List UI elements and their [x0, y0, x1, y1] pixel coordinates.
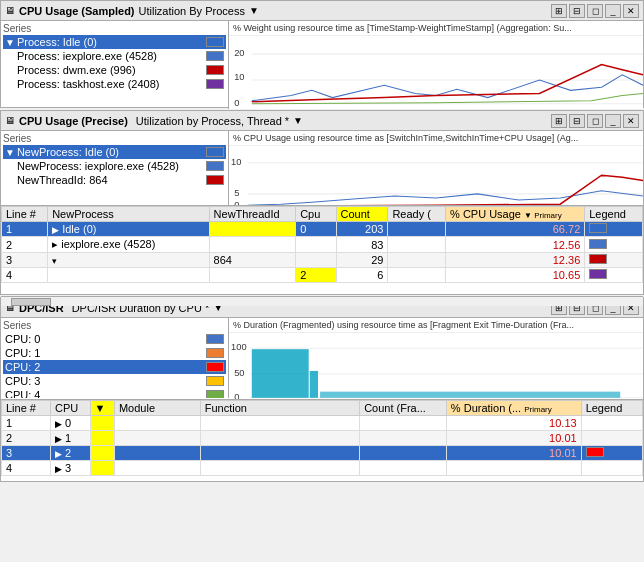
bot-col-cpu[interactable]: CPU — [51, 401, 91, 416]
cell-cpu-3: 2 — [296, 268, 336, 283]
bot-cell-legend-0 — [581, 416, 642, 431]
cell-cpupct-0: 66.72 — [446, 222, 585, 237]
col-ready[interactable]: Ready ( — [388, 207, 446, 222]
svg-rect-18 — [252, 349, 309, 398]
svg-rect-20 — [320, 392, 620, 398]
col-cpu[interactable]: Cpu — [296, 207, 336, 222]
bot-cell-primary-1 — [90, 431, 114, 446]
cell-process-2: ▾ — [48, 253, 209, 268]
bot-col-primary[interactable]: ▼ — [90, 401, 114, 416]
bot-cell-fn-2 — [200, 446, 359, 461]
bot-col-legend[interactable]: Legend — [581, 401, 642, 416]
mid-panel-dropdown[interactable]: ▼ — [293, 115, 303, 126]
mid-chart-label: % CPU Usage using resource time as [Swit… — [229, 131, 643, 146]
col-newprocess[interactable]: NewProcess — [48, 207, 209, 222]
svg-rect-19 — [310, 371, 318, 398]
mid-table-row-1[interactable]: 2 ▸ iexplore.exe (4528) 83 12.56 — [2, 237, 643, 253]
bot-cell-primary-3 — [90, 461, 114, 476]
bot-table-row-3[interactable]: 4 ▶ 3 — [2, 461, 643, 476]
top-chart-svg: 20 10 0 — [229, 36, 643, 109]
mid-series-item-0[interactable]: ▼ NewProcess: Idle (0) — [3, 145, 226, 159]
col-count[interactable]: Count — [336, 207, 388, 222]
mid-table-row-3[interactable]: 4 2 6 10.65 — [2, 268, 643, 283]
cell-thread-2: 864 — [209, 253, 296, 268]
bot-data-table: Line # CPU ▼ Module Function Count (Fra.… — [1, 400, 643, 476]
svg-text:0: 0 — [234, 98, 239, 108]
bot-cell-cpu-1: ▶ 1 — [51, 431, 91, 446]
top-series-panel: Series ▼ Process: Idle (0) Process: iexp… — [1, 21, 229, 109]
bot-cell-cpu-0: ▶ 0 — [51, 416, 91, 431]
bot-table-row-2[interactable]: 3 ▶ 2 10.01 — [2, 446, 643, 461]
bot-col-line[interactable]: Line # — [2, 401, 51, 416]
series-item-1[interactable]: Process: iexplore.exe (4528) — [3, 49, 226, 63]
mid-close-icon[interactable]: ✕ — [623, 114, 639, 128]
zoom-icon[interactable]: ⊞ — [551, 4, 567, 18]
series-item-0[interactable]: ▼ Process: Idle (0) — [3, 35, 226, 49]
bot-series-item-2[interactable]: CPU: 2 — [3, 360, 226, 374]
bot-series-text-3: CPU: 3 — [5, 375, 202, 387]
bot-table-row-1[interactable]: 2 ▶ 1 10.01 — [2, 431, 643, 446]
bot-series-item-0[interactable]: CPU: 0 — [3, 332, 226, 346]
series-color-2 — [206, 65, 224, 75]
bot-table-row-0[interactable]: 1 ▶ 0 10.13 — [2, 416, 643, 431]
close-icon[interactable]: ✕ — [623, 4, 639, 18]
mid-scrollbar[interactable] — [1, 296, 643, 306]
top-chart-area: % Weight using resource time as [TimeSta… — [229, 21, 643, 109]
cell-cpu-1 — [296, 237, 336, 253]
cell-cpupct-3: 10.65 — [446, 268, 585, 283]
mid-panel-controls: ⊞ ⊟ ◻ _ ✕ — [551, 114, 639, 128]
bot-series-color-0 — [206, 334, 224, 344]
mid-restore-icon[interactable]: ◻ — [587, 114, 603, 128]
series-item-3[interactable]: Process: taskhost.exe (2408) — [3, 77, 226, 91]
bot-series-item-1[interactable]: CPU: 1 — [3, 346, 226, 360]
mid-series-item-1[interactable]: NewProcess: iexplore.exe (4528) — [3, 159, 226, 173]
col-threadid[interactable]: NewThreadId — [209, 207, 296, 222]
mid-minimize-icon[interactable]: _ — [605, 114, 621, 128]
bot-col-count[interactable]: Count (Fra... — [360, 401, 447, 416]
cell-cpupct-1: 12.56 — [446, 237, 585, 253]
bot-series-item-3[interactable]: CPU: 3 — [3, 374, 226, 388]
cell-process-1: ▸ iexplore.exe (4528) — [48, 237, 209, 253]
minimize-icon[interactable]: _ — [605, 4, 621, 18]
mid-data-table: Line # NewProcess NewThreadId Cpu Count … — [1, 206, 643, 283]
grid-icon[interactable]: ⊟ — [569, 4, 585, 18]
bot-chart-area: % Duration (Fragmented) using resource t… — [229, 318, 643, 399]
mid-zoom-icon[interactable]: ⊞ — [551, 114, 567, 128]
mid-grid-icon[interactable]: ⊟ — [569, 114, 585, 128]
cell-cpu-0: 0 — [296, 222, 336, 237]
bot-series-color-4 — [206, 390, 224, 398]
bot-cell-fn-3 — [200, 461, 359, 476]
bot-table-area: Line # CPU ▼ Module Function Count (Fra.… — [1, 400, 643, 482]
bot-series-text-2: CPU: 2 — [5, 361, 202, 373]
mid-table-row-2[interactable]: 3 ▾ 864 29 12.36 — [2, 253, 643, 268]
col-cpupct[interactable]: % CPU Usage ▼ Primary — [446, 207, 585, 222]
mid-panel-header: 🖥 CPU Usage (Precise) Utilization by Pro… — [1, 111, 643, 131]
mid-series-item-2[interactable]: NewThreadId: 864 — [3, 173, 226, 187]
bot-cell-cpu-2: ▶ 2 — [51, 446, 91, 461]
svg-text:5: 5 — [234, 188, 239, 198]
expand-arrow-0: ▼ — [5, 37, 15, 48]
bot-col-function[interactable]: Function — [200, 401, 359, 416]
mid-series-color-0 — [206, 147, 224, 157]
bot-series-text-4: CPU: 4 — [5, 389, 202, 398]
mid-series-label: Series — [3, 133, 226, 144]
cell-count-3: 6 — [336, 268, 388, 283]
top-panel-dropdown[interactable]: ▼ — [249, 5, 259, 16]
col-line[interactable]: Line # — [2, 207, 48, 222]
mid-table-row-0[interactable]: 1 ▶ Idle (0) 0 203 66.72 — [2, 222, 643, 237]
bot-cell-count-2 — [360, 446, 447, 461]
cell-ready-0 — [388, 222, 446, 237]
cell-thread-1 — [209, 237, 296, 253]
svg-text:0: 0 — [234, 200, 239, 205]
mid-scrollbar-thumb[interactable] — [11, 298, 51, 306]
series-item-2[interactable]: Process: dwm.exe (996) — [3, 63, 226, 77]
bot-cell-line-2: 3 — [2, 446, 51, 461]
restore-icon[interactable]: ◻ — [587, 4, 603, 18]
bot-col-module[interactable]: Module — [114, 401, 200, 416]
mid-series-text-1: NewProcess: iexplore.exe (4528) — [17, 160, 202, 172]
cell-ready-2 — [388, 253, 446, 268]
col-legend[interactable]: Legend — [585, 207, 643, 222]
bot-series-item-4[interactable]: CPU: 4 — [3, 388, 226, 398]
cell-process-3 — [48, 268, 209, 283]
bot-col-pct[interactable]: % Duration (... Primary — [446, 401, 581, 416]
